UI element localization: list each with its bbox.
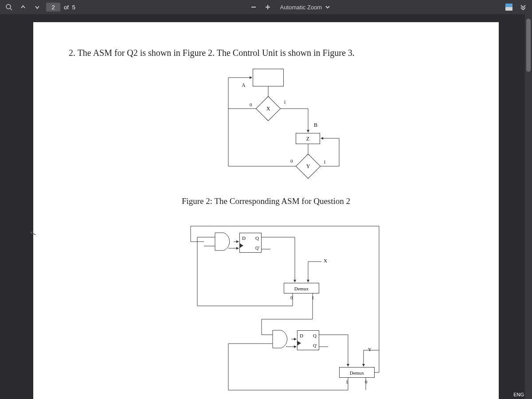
pdf-page: 2. The ASM for Q2 is shown in Figure 2. …	[33, 22, 499, 399]
control-unit-diagram: D Q Q' D Q Q' Demux Demux X Y 0 1 1 0	[171, 217, 406, 399]
page-total-label: 5	[72, 4, 75, 11]
asm-state-a	[253, 69, 284, 86]
demux-1: Demux	[284, 283, 319, 293]
zoom-in-icon[interactable]	[262, 2, 273, 12]
prev-page-icon[interactable]	[18, 2, 28, 12]
page-number-input[interactable]	[46, 3, 60, 12]
demux1-out0: 0	[290, 295, 293, 300]
svg-line-1	[10, 8, 12, 10]
asm-x-branch-1: 1	[284, 100, 286, 105]
figure-2-caption: Figure 2: The Corresponding ASM for Ques…	[33, 196, 499, 206]
asm-state-a-label: A	[242, 82, 246, 89]
svg-point-0	[6, 4, 11, 9]
pdf-viewer[interactable]: 2. The ASM for Q2 is shown in Figure 2. …	[0, 14, 532, 399]
tools-icon[interactable]	[518, 2, 528, 12]
input-x-label: X	[324, 258, 327, 263]
question-text: 2. The ASM for Q2 is shown in Figure 2. …	[69, 48, 463, 58]
demux2-out0: 0	[365, 379, 368, 384]
zoom-out-icon[interactable]	[248, 2, 259, 12]
language-indicator[interactable]: ENG	[513, 392, 524, 397]
flipflop-1: D Q Q'	[239, 233, 262, 253]
demux-2: Demux	[339, 367, 375, 378]
page-of-label: of	[64, 4, 69, 11]
vertical-scrollbar[interactable]	[525, 14, 532, 399]
asm-y-branch-1: 1	[324, 160, 326, 164]
pdf-toolbar: of 5 Automatic Zoom	[0, 0, 532, 14]
search-icon[interactable]	[4, 2, 14, 12]
scrollbar-thumb[interactable]	[526, 19, 531, 72]
asm-output-z: Z	[296, 133, 320, 144]
demux1-out1: 1	[312, 295, 314, 300]
flipflop-2: D Q Q'	[297, 330, 319, 350]
asm-x-branch-0: 0	[250, 102, 252, 107]
zoom-select[interactable]: Automatic Zoom	[277, 3, 331, 12]
asm-diagram: A X 0 1 B Z Y 0 1	[197, 64, 361, 188]
demux2-out1: 1	[346, 379, 348, 384]
presentation-mode-icon[interactable]	[504, 2, 514, 12]
asm-y-branch-0: 0	[290, 158, 293, 164]
input-y-label: Y	[368, 347, 372, 352]
next-page-icon[interactable]	[32, 2, 43, 12]
